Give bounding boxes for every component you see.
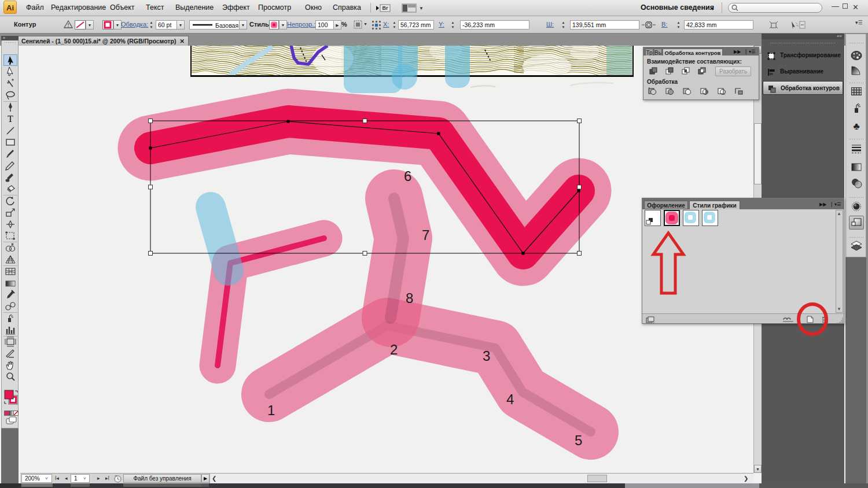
- svg-text:7: 7: [422, 227, 429, 243]
- svg-text:8: 8: [406, 290, 413, 306]
- svg-text:5: 5: [575, 432, 582, 448]
- svg-text:4: 4: [506, 391, 514, 407]
- svg-text:1: 1: [267, 402, 275, 418]
- svg-text:2: 2: [390, 342, 398, 357]
- svg-text:Br: Br: [382, 5, 388, 11]
- svg-text:6: 6: [404, 168, 411, 184]
- svg-text:3: 3: [483, 348, 490, 364]
- svg-text:T: T: [8, 114, 13, 124]
